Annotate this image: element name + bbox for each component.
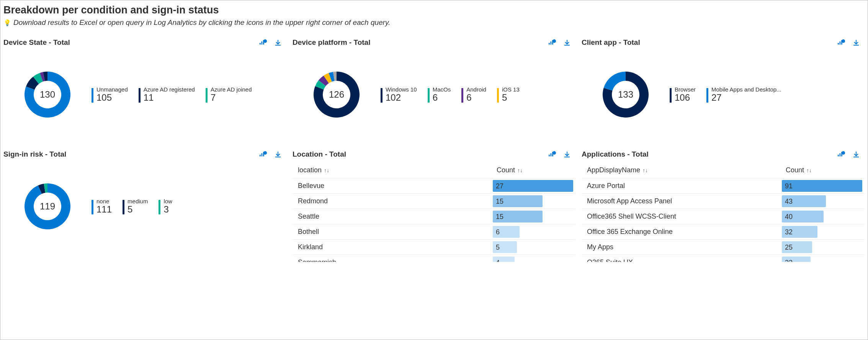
count-value: 91 <box>785 182 793 190</box>
count-value: 43 <box>785 197 793 205</box>
table-scroll[interactable]: location↑↓ Count↑↓ Bellevue 27 Redmond 1… <box>293 162 575 262</box>
row-label: O365 Suite UX <box>582 255 780 262</box>
sort-icon[interactable]: ↑↓ <box>517 167 523 173</box>
svg-rect-12 <box>260 155 261 157</box>
svg-rect-4 <box>549 43 550 45</box>
row-label: Bellevue <box>293 178 491 194</box>
count-bar <box>782 180 862 192</box>
legend: Browser 106 Mobile Apps and Desktop... 2… <box>670 87 781 103</box>
svg-rect-5 <box>551 41 552 44</box>
table-row[interactable]: O365 Suite UX 23 <box>582 255 865 262</box>
card-client-app: Client app - Total <box>582 38 865 139</box>
open-log-analytics-icon[interactable] <box>549 39 556 46</box>
card-title: Applications - Total <box>582 150 835 159</box>
legend-item: Android 6 <box>461 87 486 103</box>
row-count-cell: 23 <box>780 255 865 262</box>
table-row[interactable]: Sammamish 4 <box>293 255 575 262</box>
column-header[interactable]: Count↑↓ <box>780 162 865 178</box>
svg-point-3 <box>263 39 267 43</box>
table-row[interactable]: Seattle 15 <box>293 209 575 224</box>
column-header[interactable]: AppDisplayName↑↓ <box>582 162 780 178</box>
row-label: Sammamish <box>293 255 491 262</box>
donut-chart: 126 <box>308 66 365 123</box>
download-icon[interactable] <box>563 150 571 158</box>
card-location: Location - Total <box>293 150 575 262</box>
legend-item: Windows 10 102 <box>381 87 417 103</box>
sort-icon[interactable]: ↑↓ <box>642 167 648 173</box>
open-log-analytics-icon[interactable] <box>549 150 556 158</box>
legend-color-swatch <box>497 88 499 103</box>
open-log-analytics-icon[interactable] <box>260 39 267 46</box>
card-signin-risk: Sign-in risk - Total <box>3 150 286 262</box>
legend-color-swatch <box>428 88 430 103</box>
count-value: 5 <box>496 243 500 251</box>
row-count-cell: 5 <box>491 240 575 255</box>
column-header[interactable]: location↑↓ <box>293 162 491 178</box>
table-scroll[interactable]: AppDisplayName↑↓ Count↑↓ Azure Portal 91… <box>582 162 865 262</box>
row-label: Kirkland <box>293 240 491 255</box>
column-header[interactable]: Count↑↓ <box>491 162 575 178</box>
table-row[interactable]: Azure Portal 91 <box>582 178 865 194</box>
legend-item: Browser 106 <box>670 87 696 103</box>
data-table: location↑↓ Count↑↓ Bellevue 27 Redmond 1… <box>293 162 575 262</box>
page-hint: 💡 Download results to Excel or open quer… <box>3 18 865 27</box>
table-row[interactable]: Bellevue 27 <box>293 178 575 194</box>
legend: none 111 medium 5 low 3 <box>92 198 172 215</box>
donut-total: 126 <box>329 89 344 100</box>
legend-color-swatch <box>92 200 93 214</box>
legend-color-swatch <box>123 200 124 214</box>
count-value: 23 <box>785 258 793 262</box>
count-value: 27 <box>496 182 503 190</box>
count-value: 15 <box>496 212 503 221</box>
legend-value: 111 <box>96 204 112 214</box>
open-log-analytics-icon[interactable] <box>260 150 267 158</box>
legend-value: 106 <box>675 93 696 103</box>
download-icon[interactable] <box>563 39 571 46</box>
legend-label: none <box>96 198 112 205</box>
download-icon[interactable] <box>852 39 860 46</box>
count-bar <box>493 180 573 192</box>
legend-color-swatch <box>206 88 208 103</box>
legend-item: none 111 <box>92 198 112 215</box>
table-row[interactable]: My Apps 25 <box>582 240 865 255</box>
table-row[interactable]: Redmond 15 <box>293 194 575 209</box>
sort-icon[interactable]: ↑↓ <box>806 167 812 173</box>
donut-total: 119 <box>40 201 55 212</box>
open-log-analytics-icon[interactable] <box>838 39 845 46</box>
legend-label: Android <box>466 87 486 93</box>
table-row[interactable]: Kirkland 5 <box>293 240 575 255</box>
legend-value: 11 <box>144 93 195 103</box>
legend-color-swatch <box>159 200 160 214</box>
count-value: 15 <box>496 197 503 205</box>
svg-point-11 <box>842 39 845 43</box>
download-icon[interactable] <box>274 150 282 158</box>
download-icon[interactable] <box>274 39 282 46</box>
legend-value: 3 <box>163 204 172 214</box>
legend-color-swatch <box>706 88 708 103</box>
table-row[interactable]: Bothell 6 <box>293 224 575 240</box>
download-icon[interactable] <box>852 150 860 158</box>
legend-label: MacOs <box>433 87 451 93</box>
legend-item: Azure AD joined 7 <box>206 87 252 103</box>
lightbulb-icon: 💡 <box>3 19 11 26</box>
donut-chart: 133 <box>597 66 654 123</box>
legend-color-swatch <box>92 88 93 103</box>
legend-value: 102 <box>386 93 417 103</box>
row-count-cell: 32 <box>780 224 865 240</box>
legend-value: 5 <box>502 93 520 103</box>
open-log-analytics-icon[interactable] <box>838 150 845 158</box>
table-row[interactable]: Office365 Shell WCSS-Client 40 <box>582 209 865 224</box>
row-label: Redmond <box>293 194 491 209</box>
table-row[interactable]: Office 365 Exchange Online 32 <box>582 224 865 240</box>
svg-rect-20 <box>838 155 839 157</box>
sort-icon[interactable]: ↑↓ <box>324 167 329 173</box>
card-device-state: Device State - Total <box>3 38 286 139</box>
legend-item: Azure AD registered 11 <box>139 87 195 103</box>
row-count-cell: 4 <box>491 255 575 262</box>
legend-color-swatch <box>670 88 672 103</box>
count-value: 4 <box>496 258 500 262</box>
legend-item: medium 5 <box>123 198 148 215</box>
count-value: 6 <box>496 228 500 236</box>
table-row[interactable]: Microsoft App Access Panel 43 <box>582 194 865 209</box>
card-device-platform: Device platform - Total <box>293 38 575 139</box>
